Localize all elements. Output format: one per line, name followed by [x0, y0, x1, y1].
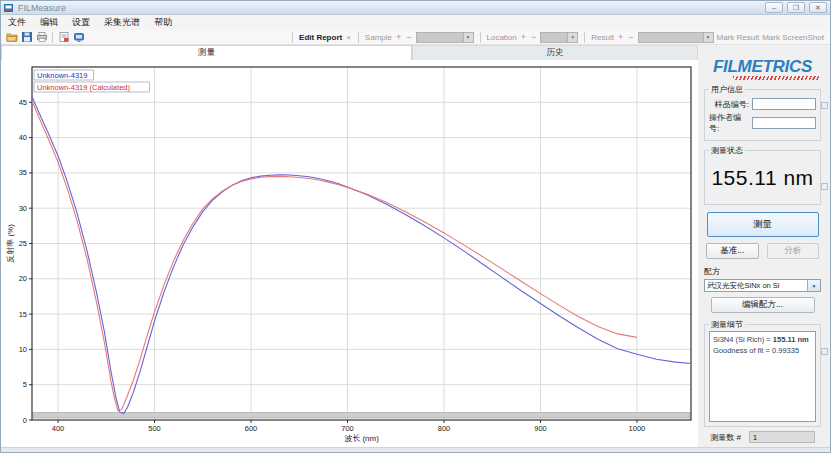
edit-recipe-button[interactable]: 编辑配方...	[711, 297, 815, 313]
main-content: 测量 历史 0510152025303540454005006007008009…	[1, 45, 830, 447]
logo-text: FILMETRICS	[704, 58, 821, 75]
tick-label-x: 800	[438, 424, 451, 433]
splitter-grip[interactable]	[821, 348, 828, 355]
edit-report-button[interactable]: Edit Report	[299, 33, 342, 42]
minimize-button[interactable]: –	[765, 2, 783, 13]
toolbar-separator	[52, 32, 53, 43]
toolbar-separator	[292, 32, 293, 43]
menu-bar: 文件 编辑 设置 采集光谱 帮助	[1, 15, 830, 30]
tick-label-x: 400	[52, 424, 65, 433]
save-icon[interactable]	[20, 31, 33, 44]
sample-label: Sample	[365, 33, 392, 42]
print-icon[interactable]	[35, 31, 48, 44]
chevron-down-icon: ▼	[463, 33, 473, 42]
open-icon[interactable]	[5, 31, 18, 44]
splitter-grip[interactable]	[821, 183, 828, 190]
title-bar: FILMeasure – ❐ ✕	[1, 1, 830, 15]
app-window: FILMeasure – ❐ ✕ 文件 编辑 设置 采集光谱 帮助 Edit	[0, 0, 831, 453]
location-remove-button[interactable]: −	[530, 33, 537, 41]
measure-details-group: 测量细节 Si3N4 (Si Rich) = 155.11 nm Goodnes…	[704, 319, 821, 427]
result-label: Result	[591, 33, 614, 42]
menu-acquire-spectrum[interactable]: 采集光谱	[97, 15, 147, 30]
toolbar-separator	[480, 32, 481, 43]
y-axis-label: 反射率 (%)	[6, 224, 15, 263]
spectrum-chart[interactable]: 0510152025303540454005006007008009001000…	[1, 60, 698, 447]
tick-label-x: 600	[245, 424, 258, 433]
menu-file[interactable]: 文件	[1, 15, 33, 30]
tick-label-x: 1000	[629, 424, 646, 433]
screenshot-icon[interactable]	[72, 31, 85, 44]
user-info-group: 用户信息 样品编号: 操作者编号:	[704, 84, 821, 141]
splitter-grip[interactable]	[821, 102, 828, 109]
tab-history[interactable]: 历史	[412, 45, 698, 60]
operator-id-input[interactable]	[752, 117, 816, 129]
result-remove-button[interactable]: −	[627, 33, 634, 41]
sample-id-input[interactable]	[752, 98, 816, 110]
sample-select[interactable]: ▼	[416, 32, 474, 43]
result-add-button[interactable]: +	[617, 33, 624, 41]
location-label: Location	[487, 33, 517, 42]
details-gof-line: Goodness of fit = 0.99335	[713, 345, 812, 356]
filmetrics-logo: FILMETRICS	[704, 58, 821, 80]
result-select[interactable]: ▼	[638, 32, 714, 43]
close-button[interactable]: ✕	[809, 2, 827, 13]
toolbar-report-controls: Edit Report × Sample + − ▼ Location + − …	[289, 32, 827, 43]
tick-label-y: 25	[19, 239, 27, 248]
legend-label: Unknown-4319 (Calculated)	[37, 83, 130, 92]
chart-column: 测量 历史 0510152025303540454005006007008009…	[1, 45, 698, 447]
menu-help[interactable]: 帮助	[147, 15, 179, 30]
tick-label-y: 5	[23, 380, 27, 389]
recipe-selected-value: 武汉光安伦SiNx on Si	[705, 281, 807, 291]
measure-details-title: 测量细节	[709, 319, 745, 330]
mark-report-icon[interactable]	[57, 31, 70, 44]
measure-count-label: 测量数 #	[710, 432, 741, 443]
baseline-button[interactable]: 基准...	[706, 243, 759, 259]
recipe-label: 配方	[704, 266, 821, 277]
details-thickness-value: 155.11 nm	[773, 335, 809, 344]
sample-remove-button[interactable]: −	[405, 33, 412, 41]
window-title: FILMeasure	[18, 2, 761, 14]
chevron-down-icon: ▼	[703, 33, 713, 42]
right-panel: FILMETRICS 用户信息 样品编号: 操作者编号: 测量状态 155.11…	[698, 45, 830, 447]
measure-count-row: 测量数 #	[704, 431, 821, 443]
menu-edit[interactable]: 编辑	[33, 15, 65, 30]
location-select[interactable]: ▼	[540, 32, 578, 43]
app-icon	[4, 3, 14, 13]
operator-id-label: 操作者编号:	[709, 112, 749, 134]
tick-label-x: 700	[341, 424, 354, 433]
tick-label-x: 500	[148, 424, 161, 433]
measure-button[interactable]: 测量	[707, 212, 819, 237]
tick-label-y: 20	[19, 274, 27, 283]
plot-background	[1, 60, 698, 447]
mark-screenshot-button[interactable]: Mark ScreenShot	[762, 33, 824, 42]
toolbar: Edit Report × Sample + − ▼ Location + − …	[1, 30, 830, 45]
measure-details-box[interactable]: Si3N4 (Si Rich) = 155.11 nm Goodness of …	[709, 331, 816, 422]
tick-label-x: 900	[534, 424, 547, 433]
legend-label: Unknown-4319	[37, 71, 87, 80]
tick-label-y: 10	[19, 345, 27, 354]
maximize-button[interactable]: ❐	[787, 2, 805, 13]
tick-label-y: 0	[23, 416, 27, 425]
analyze-button[interactable]: 分析	[767, 243, 820, 259]
mark-result-button[interactable]: Mark Result	[717, 33, 760, 42]
tick-label-y: 40	[19, 133, 27, 142]
chevron-down-icon[interactable]: ▼	[807, 280, 820, 291]
sample-add-button[interactable]: +	[395, 33, 402, 41]
chart-scrollbar[interactable]	[33, 413, 690, 419]
measure-status-group: 测量状态 155.11 nm	[704, 145, 821, 205]
tick-label-y: 30	[19, 204, 27, 213]
toolbar-separator	[358, 32, 359, 43]
toolbar-separator	[584, 32, 585, 43]
tick-label-y: 45	[19, 98, 27, 107]
measure-count-input[interactable]	[749, 431, 815, 443]
baseline-analyze-row: 基准... 分析	[704, 243, 821, 259]
edit-report-close-icon[interactable]: ×	[345, 33, 352, 42]
recipe-select[interactable]: 武汉光安伦SiNx on Si ▼	[704, 279, 821, 292]
user-info-title: 用户信息	[709, 84, 745, 95]
menu-settings[interactable]: 设置	[65, 15, 97, 30]
tick-label-y: 15	[19, 310, 27, 319]
details-thickness-line: Si3N4 (Si Rich) = 155.11 nm	[713, 334, 812, 345]
location-add-button[interactable]: +	[520, 33, 527, 41]
tab-measure[interactable]: 测量	[1, 45, 412, 60]
chevron-down-icon: ▼	[567, 33, 577, 42]
